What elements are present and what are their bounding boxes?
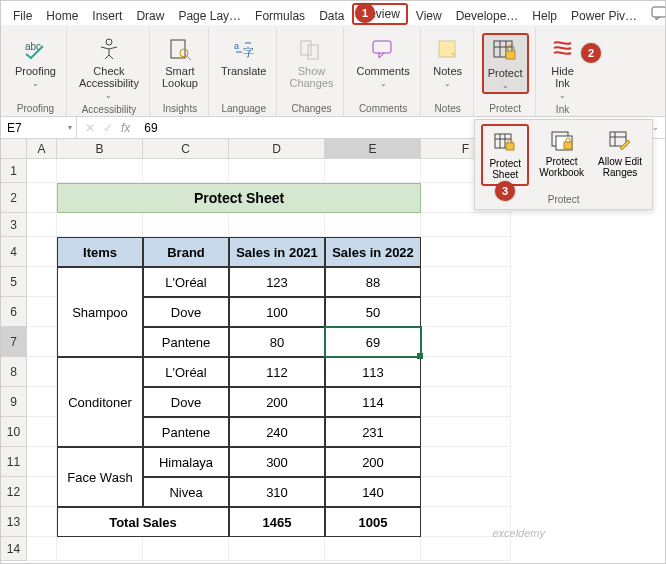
table-cell[interactable]: 100 <box>229 297 325 327</box>
table-cell[interactable]: Face Wash <box>57 447 143 507</box>
total-cell[interactable]: 1465 <box>229 507 325 537</box>
tab-view[interactable]: View <box>410 7 448 25</box>
tab-file[interactable]: File <box>7 7 38 25</box>
allow-edit-ranges-button[interactable]: Allow Edit Ranges <box>594 124 646 186</box>
row-header[interactable]: 10 <box>1 417 27 447</box>
row-header[interactable]: 2 <box>1 183 27 213</box>
hide-ink-icon <box>549 35 577 63</box>
smart-lookup-button[interactable]: Smart Lookup <box>158 33 202 91</box>
table-header[interactable]: Sales in 2022 <box>325 237 421 267</box>
chevron-down-icon: ⌄ <box>559 91 566 100</box>
total-label-cell[interactable]: Total Sales <box>57 507 229 537</box>
hide-ink-button[interactable]: Hide Ink ⌄ <box>544 33 582 102</box>
row-header[interactable]: 7 <box>1 327 27 357</box>
table-header[interactable]: Sales in 2021 <box>229 237 325 267</box>
protect-sheet-icon <box>492 130 518 156</box>
table-cell[interactable]: Dove <box>143 297 229 327</box>
column-header[interactable]: A <box>27 139 57 159</box>
table-cell[interactable]: 231 <box>325 417 421 447</box>
row-header[interactable]: 8 <box>1 357 27 387</box>
column-header[interactable]: D <box>229 139 325 159</box>
notes-button[interactable]: Notes ⌄ <box>429 33 467 90</box>
name-box[interactable]: E7 <box>1 117 77 138</box>
title-cell[interactable]: Protect Sheet <box>57 183 421 213</box>
table-cell[interactable]: 200 <box>229 387 325 417</box>
tab-powerpivot[interactable]: Power Piv… <box>565 7 643 25</box>
column-header[interactable]: C <box>143 139 229 159</box>
column-header[interactable]: B <box>57 139 143 159</box>
table-cell[interactable]: L'Oréal <box>143 267 229 297</box>
group-comments: Comments ⌄ Comments <box>346 27 420 116</box>
column-header[interactable]: E <box>325 139 421 159</box>
table-cell[interactable]: Dove <box>143 387 229 417</box>
svg-text:a: a <box>234 41 239 51</box>
row-header[interactable]: 5 <box>1 267 27 297</box>
total-cell[interactable]: 1005 <box>325 507 421 537</box>
svg-rect-7 <box>301 41 311 55</box>
check-accessibility-button[interactable]: Check Accessibility ⌄ <box>75 33 143 102</box>
table-header[interactable]: Brand <box>143 237 229 267</box>
row-header[interactable]: 3 <box>1 213 27 237</box>
row-headers: 1 2 3 4 5 6 7 8 9 10 11 12 13 14 <box>1 159 27 561</box>
comments-button[interactable]: Comments ⌄ <box>352 33 413 90</box>
svg-point-4 <box>180 49 188 57</box>
tab-pagelayout[interactable]: Page Lay… <box>172 7 247 25</box>
table-cell[interactable]: 80 <box>229 327 325 357</box>
tab-developer[interactable]: Develope… <box>450 7 525 25</box>
tab-data[interactable]: Data <box>313 7 350 25</box>
row-header[interactable]: 1 <box>1 159 27 183</box>
protect-button[interactable]: Protect ⌄ <box>482 33 529 94</box>
table-cell[interactable]: Pantene <box>143 417 229 447</box>
fx-icon[interactable]: fx <box>121 121 130 135</box>
row-header[interactable]: 4 <box>1 237 27 267</box>
formula-input[interactable]: 69 <box>138 121 163 135</box>
table-cell[interactable]: Conditoner <box>57 357 143 447</box>
protect-workbook-button[interactable]: Protect Workbook <box>535 124 588 186</box>
protect-sheet-button[interactable]: Protect Sheet <box>481 124 529 186</box>
callout-badge-2: 2 <box>581 43 601 63</box>
row-header[interactable]: 9 <box>1 387 27 417</box>
comments-pane-icon[interactable] <box>645 4 666 25</box>
row-header[interactable]: 12 <box>1 477 27 507</box>
svg-rect-14 <box>506 143 514 150</box>
select-all-corner[interactable] <box>1 139 27 159</box>
table-cell[interactable]: 300 <box>229 447 325 477</box>
table-cell[interactable]: 88 <box>325 267 421 297</box>
row-header[interactable]: 6 <box>1 297 27 327</box>
tab-formulas[interactable]: Formulas <box>249 7 311 25</box>
protect-workbook-icon <box>549 128 575 154</box>
table-cell[interactable]: 200 <box>325 447 421 477</box>
table-cell[interactable]: Pantene <box>143 327 229 357</box>
table-cell[interactable]: 112 <box>229 357 325 387</box>
table-cell[interactable]: 113 <box>325 357 421 387</box>
notes-icon <box>434 35 462 63</box>
table-cell[interactable]: Nivea <box>143 477 229 507</box>
table-cell[interactable]: 50 <box>325 297 421 327</box>
group-insights: Smart Lookup Insights <box>152 27 209 116</box>
row-header[interactable]: 13 <box>1 507 27 537</box>
tab-insert[interactable]: Insert <box>86 7 128 25</box>
row-header[interactable]: 14 <box>1 537 27 561</box>
translate-button[interactable]: a字 Translate <box>217 33 270 79</box>
table-cell[interactable]: 123 <box>229 267 325 297</box>
table-cell[interactable]: 310 <box>229 477 325 507</box>
proofing-button[interactable]: abc Proofing ⌄ <box>11 33 60 90</box>
tab-help[interactable]: Help <box>526 7 563 25</box>
row-header[interactable]: 11 <box>1 447 27 477</box>
active-cell[interactable]: 69 <box>325 327 421 357</box>
grid-body[interactable]: Protect Sheet Items Brand Sales in 2021 … <box>27 159 511 561</box>
ribbon: abc Proofing ⌄ Proofing Check Accessibil… <box>1 25 665 117</box>
group-notes: Notes ⌄ Notes <box>423 27 474 116</box>
table-cell[interactable]: 114 <box>325 387 421 417</box>
table-cell[interactable]: 140 <box>325 477 421 507</box>
chevron-down-icon: ⌄ <box>502 81 509 90</box>
tab-draw[interactable]: Draw <box>130 7 170 25</box>
tab-home[interactable]: Home <box>40 7 84 25</box>
table-cell[interactable]: 240 <box>229 417 325 447</box>
table-cell[interactable]: Himalaya <box>143 447 229 477</box>
table-cell[interactable]: L'Oréal <box>143 357 229 387</box>
table-header[interactable]: Items <box>57 237 143 267</box>
translate-icon: a字 <box>230 35 258 63</box>
svg-text:字: 字 <box>243 46 254 58</box>
table-cell[interactable]: Shampoo <box>57 267 143 357</box>
